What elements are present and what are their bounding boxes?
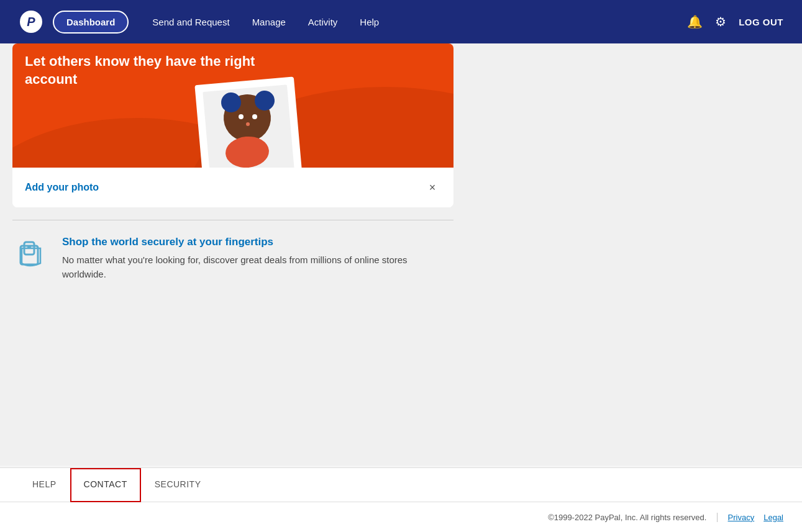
privacy-link[interactable]: Privacy <box>728 513 755 522</box>
footer-bottom: ©1999-2022 PayPal, Inc. All rights reser… <box>0 502 802 532</box>
send-request-nav-link[interactable]: Send and Request <box>141 12 240 32</box>
footer-tab-help[interactable]: HELP <box>19 468 70 502</box>
shop-tag-icon <box>16 237 50 271</box>
footer: HELP CONTACT SECURITY ©1999-2022 PayPal,… <box>0 467 802 532</box>
promo-footer: Add your photo × <box>12 168 453 207</box>
paypal-p-icon: P <box>20 11 42 33</box>
activity-nav-link[interactable]: Activity <box>297 12 349 32</box>
footer-divider: | <box>716 512 718 523</box>
footer-copyright: ©1999-2022 PayPal, Inc. All rights reser… <box>548 513 706 522</box>
promo-image: Let others know they have the right acco… <box>12 43 453 168</box>
svg-point-8 <box>239 114 244 119</box>
close-promo-button[interactable]: × <box>424 179 441 196</box>
shop-section: Shop the world securely at your fingerti… <box>12 236 453 281</box>
footer-tabs: HELP CONTACT SECURITY <box>0 468 802 502</box>
footer-tab-security[interactable]: SECURITY <box>141 468 215 502</box>
nav-right-controls: 🔔 ⚙ LOG OUT <box>687 14 783 29</box>
legal-link[interactable]: Legal <box>763 513 783 522</box>
shop-text: Shop the world securely at your fingerti… <box>62 236 450 281</box>
help-nav-link[interactable]: Help <box>349 12 390 32</box>
settings-icon[interactable]: ⚙ <box>715 14 726 29</box>
promo-card: Let others know they have the right acco… <box>12 43 453 207</box>
shop-title: Shop the world securely at your fingerti… <box>62 236 450 248</box>
paypal-logo: P <box>19 9 43 34</box>
footer-tab-contact[interactable]: CONTACT <box>70 468 141 502</box>
logout-button[interactable]: LOG OUT <box>739 17 783 27</box>
main-content: Let others know they have the right acco… <box>0 43 802 466</box>
svg-point-10 <box>246 122 250 126</box>
dashboard-nav-button[interactable]: Dashboard <box>53 11 129 34</box>
notification-icon[interactable]: 🔔 <box>687 14 703 29</box>
add-photo-link[interactable]: Add your photo <box>25 182 99 193</box>
svg-point-9 <box>252 114 257 119</box>
manage-nav-link[interactable]: Manage <box>241 12 297 32</box>
section-divider <box>12 220 453 220</box>
promo-illustration <box>12 43 453 168</box>
main-nav: P Dashboard Send and Request Manage Acti… <box>0 0 802 43</box>
shop-description: No matter what you're looking for, disco… <box>62 253 450 281</box>
